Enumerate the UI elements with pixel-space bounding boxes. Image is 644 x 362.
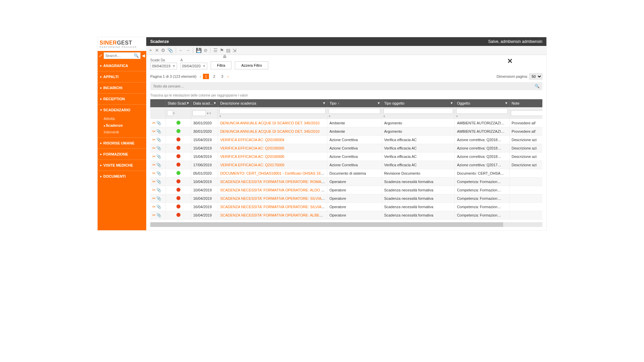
search-icon[interactable]: 🔍 — [134, 53, 139, 58]
cell-desc-link[interactable]: DENUNCIA ANNUALE ACQUE DI SCARICO DET. 3… — [220, 129, 319, 133]
funnel-icon[interactable]: ▾ — [456, 114, 458, 118]
table-row[interactable]: ✂📎30/01/2020DENUNCIA ANNUALE ACQUE DI SC… — [150, 127, 542, 136]
attach-icon[interactable]: 📎 — [156, 154, 161, 159]
filter-data-input[interactable] — [193, 110, 206, 116]
attach-icon[interactable]: 📎 — [156, 163, 161, 167]
save-icon[interactable]: 💾 — [196, 48, 202, 53]
funnel-icon[interactable]: ▾ — [329, 114, 330, 118]
cell-desc-link[interactable]: VERIFICA EFFICACIA AC: Q20180004 — [220, 138, 284, 142]
cell-desc-link[interactable]: VERIFICA EFFICACIA AC: Q20180005 — [220, 146, 284, 150]
col-oggetto[interactable]: Oggetto▼ — [455, 99, 509, 107]
add-icon[interactable]: ＋ — [148, 47, 153, 53]
from-date-input[interactable]: 09/04/2019 ▼ — [150, 63, 177, 69]
col-actions[interactable] — [150, 99, 166, 107]
edit-icon[interactable]: ✂ — [152, 188, 156, 192]
attach-icon[interactable]: 📎 — [156, 121, 161, 125]
sidebar-subitem-scadenze[interactable]: Scadenze — [104, 122, 146, 129]
cell-desc-link[interactable]: DOCUMENTO: CERT_OHSAS18001 - Certificato… — [220, 171, 327, 175]
sidebar-item-visite-mediche[interactable]: ▸VISITE MEDICHE — [98, 160, 146, 171]
sidebar-item-incarichi[interactable]: ▸INCARICHI — [98, 82, 146, 93]
list-icon[interactable]: ☰ — [213, 48, 218, 53]
col-data[interactable]: Data scad…▼ — [191, 99, 218, 107]
sidebar-subitem-interventi[interactable]: Interventi — [104, 129, 146, 135]
funnel-icon[interactable]: ▾ — [209, 111, 211, 115]
pager-prev-icon[interactable]: ‹ — [200, 74, 201, 78]
edit-icon[interactable]: ✂ — [152, 204, 156, 209]
col-tipo[interactable]: Tipo↑▼ — [327, 99, 382, 107]
edit-icon[interactable]: ✂ — [152, 163, 156, 167]
delete-icon[interactable]: ✕ — [155, 48, 159, 53]
pager-page-2[interactable]: 2 — [211, 74, 217, 79]
edit-icon[interactable]: ✂ — [152, 137, 156, 142]
attach-icon[interactable]: 📎 — [156, 137, 161, 142]
edit-icon[interactable]: ✂ — [152, 213, 156, 218]
edit-icon[interactable]: ✂ — [152, 171, 156, 176]
search-input[interactable] — [105, 54, 134, 58]
filter-icon[interactable]: ▼ — [504, 101, 508, 105]
sidebar-search[interactable]: 🔍 — [104, 52, 141, 59]
filter-oggetto-input[interactable] — [456, 108, 508, 114]
col-tipoogg[interactable]: Tipo oggetto▼ — [382, 99, 455, 107]
tree-icon[interactable]: ⚙ — [161, 48, 165, 53]
pager-page-1[interactable]: 1 — [203, 74, 209, 79]
edit-icon[interactable]: ✂ — [152, 129, 156, 134]
filter-icon[interactable]: ▼ — [377, 101, 380, 105]
sidebar-item-reception[interactable]: ▸RECEPTION — [98, 93, 146, 104]
cell-desc-link[interactable]: SCADENZA NECESSITA' FORMATIVA OPERATORE:… — [220, 196, 327, 200]
edit-icon[interactable]: ✂ — [152, 179, 156, 184]
table-row[interactable]: ✂📎15/04/2019VERIFICA EFFICACIA AC: Q2018… — [150, 144, 542, 153]
sidebar-item-anagrafica[interactable]: ▸ANAGRAFICA — [98, 60, 146, 71]
edit-icon[interactable]: ✂ — [152, 146, 156, 150]
edit-icon[interactable]: ✂ — [152, 154, 156, 159]
filter-desc-input[interactable] — [219, 108, 326, 114]
table-row[interactable]: ✂📎30/01/2020DENUNCIA ANNUALE ACQUE DI SC… — [150, 119, 542, 127]
table-row[interactable]: ✂📎05/01/2020DOCUMENTO: CERT_OHSAS18001 -… — [150, 169, 542, 178]
sidebar-item-formazione[interactable]: ▸FORMAZIONE — [98, 148, 146, 160]
cell-desc-link[interactable]: DENUNCIA ANNUALE ACQUE DI SCARICO DET. 3… — [220, 121, 319, 125]
cell-desc-link[interactable]: SCADENZA NECESSITA' FORMATIVA OPERATORE:… — [220, 188, 327, 192]
export-icon[interactable]: ⇲ — [232, 48, 236, 53]
filter-note-input[interactable] — [511, 110, 542, 116]
sidebar-subitem-attività[interactable]: Attività — [104, 115, 146, 122]
attach-icon[interactable]: 📎 — [156, 188, 161, 192]
edit-icon[interactable]: ✂ — [152, 121, 156, 125]
expand-icon[interactable]: ⤢ — [99, 53, 102, 58]
funnel-icon[interactable]: ▾ — [383, 114, 385, 118]
page-size-select[interactable]: 50 — [529, 73, 542, 79]
filter-tipoogg-input[interactable] — [383, 108, 453, 114]
table-row[interactable]: ✂📎15/04/2019VERIFICA EFFICACIA AC: Q2018… — [150, 136, 542, 144]
table-row[interactable]: ✂📎17/06/2019VERIFICA EFFICACIA AC: Q2017… — [150, 161, 542, 169]
sidebar-item-documenti[interactable]: ▸DOCUMENTI — [98, 171, 146, 182]
filter-icon[interactable]: ▼ — [213, 101, 216, 105]
filter-icon[interactable]: ▼ — [186, 101, 190, 105]
attach-icon[interactable]: 📎 — [156, 171, 161, 176]
table-row[interactable]: ✂📎15/04/2019VERIFICA EFFICACIA AC: Q2018… — [150, 153, 542, 161]
sidebar-item-risorse-umane[interactable]: ▸RISORSE UMANE — [98, 137, 146, 148]
filter-icon[interactable]: ⚑ — [220, 48, 224, 53]
edit-icon[interactable]: ✂ — [152, 196, 156, 201]
attach-icon[interactable]: 📎 — [156, 129, 161, 134]
chevron-down-icon[interactable]: ▾ — [206, 112, 209, 115]
filter-icon[interactable]: ▼ — [322, 101, 326, 105]
pager-next-icon[interactable]: › — [227, 74, 229, 78]
col-stato[interactable]: Stato Scad.▼ — [166, 99, 191, 107]
cell-desc-link[interactable]: SCADENZA NECESSITA' FORMATIVA OPERATORE:… — [220, 205, 327, 209]
cell-desc-link[interactable]: SCADENZA NECESSITA' FORMATIVA OPERATORE:… — [220, 180, 327, 184]
cancel-icon[interactable]: ⊘ — [204, 48, 208, 53]
table-row[interactable]: ✂📎10/04/2019SCADENZA NECESSITA' FORMATIV… — [150, 178, 542, 186]
grid-search-input[interactable] — [153, 84, 535, 88]
search-icon[interactable]: 🔍 — [535, 84, 540, 88]
col-note[interactable]: Note — [509, 99, 542, 107]
filter-button[interactable]: Filtra — [211, 61, 231, 69]
pager-page-3[interactable]: 3 — [219, 74, 225, 79]
attach-icon[interactable]: 📎 — [156, 204, 161, 209]
col-desc[interactable]: Descrizione scadenza▼ — [218, 99, 327, 107]
forward-icon[interactable]: → — [185, 48, 190, 53]
scrollbar-thumb[interactable] — [150, 222, 503, 227]
table-row[interactable]: ✂📎16/04/2019SCADENZA NECESSITA' FORMATIV… — [150, 194, 542, 203]
reset-filter-button[interactable]: Azzera Filtro — [235, 61, 268, 69]
attach-icon[interactable]: 📎 — [156, 213, 161, 218]
attach-icon[interactable]: 📎 — [156, 196, 161, 201]
to-date-input[interactable]: 09/04/2020 ▼ — [180, 63, 207, 69]
table-row[interactable]: ✂📎10/04/2019SCADENZA NECESSITA' FORMATIV… — [150, 186, 542, 194]
